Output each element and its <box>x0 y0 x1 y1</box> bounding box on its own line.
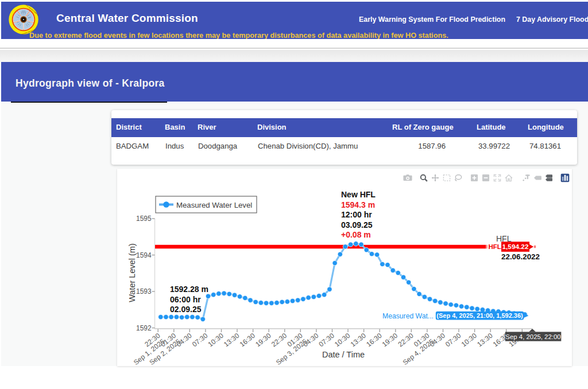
svg-text:Measured Wat...: Measured Wat... <box>382 312 434 320</box>
svg-text:HFL: HFL <box>496 234 512 243</box>
svg-text:10:30: 10:30 <box>333 332 352 349</box>
svg-text:04:30: 04:30 <box>428 332 447 349</box>
svg-text:04:30: 04:30 <box>175 332 194 349</box>
svg-text:07:30: 07:30 <box>444 332 463 349</box>
svg-text:10:30: 10:30 <box>207 332 226 349</box>
svg-text:22.06.2022: 22.06.2022 <box>501 252 540 261</box>
svg-text:(Sep 4, 2025, 21:00, 1,592.36): (Sep 4, 2025, 21:00, 1,592.36) <box>436 312 523 319</box>
svg-text:19:30: 19:30 <box>381 332 400 349</box>
svg-text:12:00 hr: 12:00 hr <box>341 210 372 219</box>
svg-text:04:30: 04:30 <box>301 332 320 349</box>
svg-text:19:30: 19:30 <box>254 332 273 349</box>
svg-text:New HFL: New HFL <box>341 190 376 199</box>
svg-text:22:30: 22:30 <box>396 332 415 349</box>
svg-text:07:30: 07:30 <box>191 332 210 349</box>
svg-text:01:30Sep 4, 2025: 01:30Sep 4, 2025 <box>397 332 436 367</box>
svg-text:Water Level (m): Water Level (m) <box>127 243 137 302</box>
svg-text:+0.08 m: +0.08 m <box>341 230 371 239</box>
svg-text:1,594.22: 1,594.22 <box>502 243 529 251</box>
svg-text:1593: 1593 <box>136 287 152 295</box>
svg-text:13:30: 13:30 <box>222 332 241 349</box>
svg-text:1594.3 m: 1594.3 m <box>341 200 375 209</box>
svg-text:03.09.25: 03.09.25 <box>341 220 373 229</box>
svg-text:02.09.25: 02.09.25 <box>170 305 202 314</box>
svg-text:13:30: 13:30 <box>475 332 494 349</box>
svg-text:1592: 1592 <box>136 324 152 332</box>
svg-text:1592.28 m: 1592.28 m <box>170 285 208 294</box>
svg-text:1595: 1595 <box>136 215 152 223</box>
svg-text:22:30Sep 1, 2025: 22:30Sep 1, 2025 <box>127 332 167 367</box>
svg-text:HFL: HFL <box>489 243 501 250</box>
svg-text:10:30: 10:30 <box>460 332 479 349</box>
svg-text:Date / Time: Date / Time <box>322 350 365 359</box>
svg-text:13:30: 13:30 <box>349 332 368 349</box>
svg-text:07:30: 07:30 <box>318 332 336 349</box>
svg-text:06:00 hr: 06:00 hr <box>170 295 201 304</box>
svg-text:01:30Sep 3, 2025: 01:30Sep 3, 2025 <box>270 332 309 367</box>
svg-text:1594: 1594 <box>136 251 152 259</box>
svg-text:16:30: 16:30 <box>365 332 384 349</box>
svg-text:Measured Water Level: Measured Water Level <box>176 201 252 209</box>
svg-text:Sep 4, 2025, 22:00: Sep 4, 2025, 22:00 <box>505 333 560 340</box>
svg-text:22:30: 22:30 <box>270 332 289 349</box>
svg-text:16:30: 16:30 <box>238 332 257 349</box>
